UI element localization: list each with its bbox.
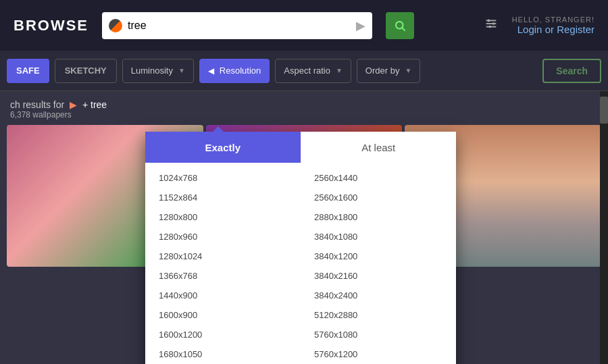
or-text: or xyxy=(545,24,554,35)
svg-point-6 xyxy=(492,22,495,25)
resolution-item[interactable]: 3840x2400 xyxy=(301,286,456,305)
search-filter-button[interactable]: Search xyxy=(542,59,601,83)
resolution-label: Resolution xyxy=(220,66,261,76)
order-by-label: Order by xyxy=(365,66,400,76)
resolution-item[interactable]: 1600x900 xyxy=(145,305,301,325)
clear-icon[interactable]: ▶ xyxy=(356,18,365,33)
resolution-tabs: Exactly At least xyxy=(145,132,456,163)
resolution-item[interactable]: 1440x900 xyxy=(145,286,301,305)
resolution-item[interactable]: 1600x1200 xyxy=(145,325,301,344)
aspect-ratio-arrow-icon: ▼ xyxy=(336,67,343,74)
scrollbar-right[interactable] xyxy=(600,91,608,364)
resolution-item[interactable]: 3840x2160 xyxy=(301,266,456,286)
resolution-item[interactable]: 1280x1024 xyxy=(145,246,301,266)
results-count: 6,378 wallpapers xyxy=(10,110,598,120)
luminosity-arrow-icon: ▼ xyxy=(178,67,185,74)
results-term: + tree xyxy=(82,99,107,110)
search-icon-button[interactable] xyxy=(386,12,414,39)
svg-point-5 xyxy=(487,19,490,22)
resolution-dropdown-overlay: Exactly At least 1024x7682560x14401152x8… xyxy=(145,132,456,364)
resolution-item[interactable]: 1024x768 xyxy=(145,168,301,188)
resolution-left-arrow-icon: ◀ xyxy=(208,66,214,76)
resolution-item[interactable]: 1280x800 xyxy=(145,207,301,227)
filter-icon[interactable] xyxy=(484,16,499,35)
resolution-item[interactable]: 1280x960 xyxy=(145,227,301,246)
content-area: ch results for ▶ + tree 6,378 wallpapers… xyxy=(0,91,608,364)
aspect-ratio-label: Aspect ratio xyxy=(284,66,330,76)
svg-point-7 xyxy=(488,25,491,28)
results-prefix: ch results for xyxy=(10,99,64,110)
resolutions-grid: 1024x7682560x14401152x8642560x16001280x8… xyxy=(145,163,456,364)
user-links: Login or Register xyxy=(512,24,594,35)
user-section: HELLO, STRANGER! Login or Register xyxy=(512,16,594,35)
search-bar: ▶ xyxy=(102,12,372,39)
header: BROWSE ▶ HELLO, STRANGER! Login or Regis… xyxy=(0,0,608,51)
resolution-item[interactable]: 1680x1050 xyxy=(145,344,301,364)
register-link[interactable]: Register xyxy=(557,24,594,35)
search-icon-circle xyxy=(109,19,122,32)
browse-title: BROWSE xyxy=(14,17,88,34)
resolution-item[interactable]: 3840x1080 xyxy=(301,227,456,246)
luminosity-label: Luminosity xyxy=(131,66,173,76)
resolution-item[interactable]: 2560x1600 xyxy=(301,188,456,207)
order-by-dropdown[interactable]: Order by ▼ xyxy=(357,59,420,83)
tab-exactly[interactable]: Exactly xyxy=(145,132,301,163)
scroll-thumb-right[interactable] xyxy=(600,97,608,124)
login-link[interactable]: Login xyxy=(517,24,542,35)
safe-tag-button[interactable]: SAFE xyxy=(7,59,49,83)
order-by-arrow-icon: ▼ xyxy=(405,67,411,74)
aspect-ratio-dropdown[interactable]: Aspect ratio ▼ xyxy=(275,59,351,83)
luminosity-dropdown[interactable]: Luminosity ▼ xyxy=(122,59,194,83)
svg-point-0 xyxy=(396,22,403,29)
resolution-dropdown[interactable]: ◀ Resolution xyxy=(199,59,270,83)
search-input[interactable] xyxy=(128,20,351,32)
sketchy-tag-button[interactable]: SKETCHY xyxy=(55,59,117,83)
resolution-item[interactable]: 1366x768 xyxy=(145,266,301,286)
resolution-item[interactable]: 1152x864 xyxy=(145,188,301,207)
search-results-info: ch results for ▶ + tree 6,378 wallpapers xyxy=(0,91,608,125)
resolution-item[interactable]: 3840x1200 xyxy=(301,246,456,266)
tab-atleast[interactable]: At least xyxy=(301,132,457,163)
svg-line-1 xyxy=(402,28,405,30)
resolution-item[interactable]: 5760x1200 xyxy=(301,344,456,364)
hello-text: HELLO, STRANGER! xyxy=(512,16,594,24)
resolution-item[interactable]: 2880x1800 xyxy=(301,207,456,227)
filter-bar: SAFE SKETCHY Luminosity ▼ ◀ Resolution A… xyxy=(0,51,608,91)
resolution-item[interactable]: 2560x1440 xyxy=(301,168,456,188)
resolution-item[interactable]: 5120x2880 xyxy=(301,305,456,325)
resolution-item[interactable]: 5760x1080 xyxy=(301,325,456,344)
